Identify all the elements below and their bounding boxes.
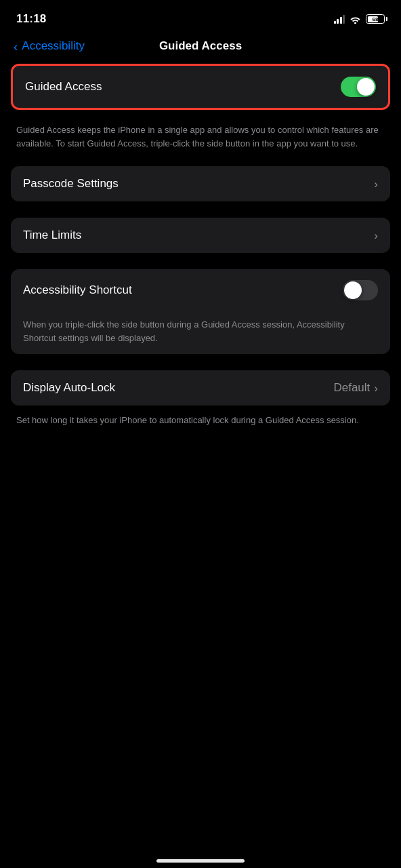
guided-access-row[interactable]: Guided Access xyxy=(11,64,390,110)
nav-header: ‹ Accessibility Guided Access xyxy=(0,34,401,64)
guided-access-description: Guided Access keeps the iPhone in a sing… xyxy=(11,118,390,166)
accessibility-shortcut-label: Accessibility Shortcut xyxy=(23,283,132,297)
time-limits-label: Time Limits xyxy=(23,229,81,242)
battery-icon: 68 xyxy=(366,14,385,24)
home-indicator xyxy=(156,859,245,863)
signal-bar-1 xyxy=(334,21,336,24)
content-area: Guided Access Guided Access keeps the iP… xyxy=(0,64,401,427)
accessibility-shortcut-toggle-track[interactable] xyxy=(343,280,378,300)
passcode-settings-label: Passcode Settings xyxy=(23,177,119,191)
status-time: 11:18 xyxy=(16,12,46,26)
battery-level: 68 xyxy=(373,16,379,22)
passcode-settings-row[interactable]: Passcode Settings › xyxy=(11,166,390,201)
page-title: Guided Access xyxy=(159,39,242,53)
signal-bar-2 xyxy=(337,19,339,24)
status-bar: 11:18 68 xyxy=(0,0,401,34)
accessibility-shortcut-toggle[interactable] xyxy=(343,280,378,300)
back-button[interactable]: ‹ Accessibility xyxy=(14,39,85,53)
status-icons: 68 xyxy=(334,14,385,24)
accessibility-shortcut-row[interactable]: Accessibility Shortcut xyxy=(11,269,390,311)
guided-access-label: Guided Access xyxy=(25,80,102,94)
guided-access-toggle-thumb xyxy=(357,78,375,96)
back-label: Accessibility xyxy=(22,39,85,53)
passcode-settings-right: › xyxy=(374,178,378,190)
auto-lock-label: Display Auto-Lock xyxy=(23,381,115,395)
time-limits-right: › xyxy=(374,230,378,241)
auto-lock-chevron-icon: › xyxy=(374,382,378,394)
accessibility-shortcut-toggle-thumb xyxy=(344,281,362,299)
auto-lock-section: Display Auto-Lock Default › Set how long… xyxy=(11,370,390,427)
accessibility-shortcut-description-container: When you triple-click the side button du… xyxy=(11,311,390,354)
back-chevron-icon: ‹ xyxy=(14,40,18,53)
auto-lock-value: Default xyxy=(333,381,370,395)
wifi-icon xyxy=(350,15,361,24)
time-limits-row[interactable]: Time Limits › xyxy=(11,218,390,253)
accessibility-shortcut-description: When you triple-click the side button du… xyxy=(23,318,378,344)
guided-access-toggle-track[interactable] xyxy=(341,77,376,97)
auto-lock-description: Set how long it takes your iPhone to aut… xyxy=(16,414,385,427)
signal-bar-3 xyxy=(340,17,342,24)
auto-lock-description-container: Set how long it takes your iPhone to aut… xyxy=(11,411,390,427)
auto-lock-right: Default › xyxy=(333,381,378,395)
auto-lock-row[interactable]: Display Auto-Lock Default › xyxy=(11,370,390,406)
guided-access-toggle[interactable] xyxy=(341,77,376,97)
passcode-settings-chevron-icon: › xyxy=(374,178,378,190)
accessibility-shortcut-section: Accessibility Shortcut When you triple-c… xyxy=(11,269,390,354)
signal-icon xyxy=(334,15,345,24)
time-limits-chevron-icon: › xyxy=(374,230,378,241)
signal-bar-4 xyxy=(343,15,345,24)
